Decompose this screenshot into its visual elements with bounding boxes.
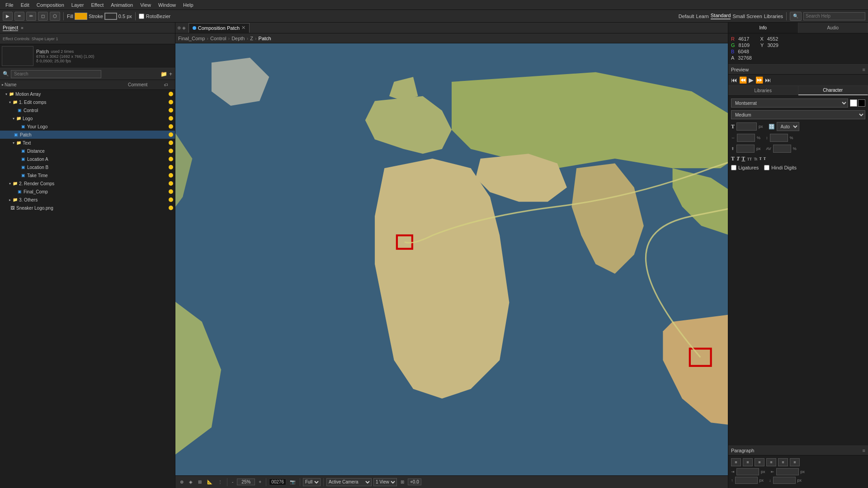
tree-item-your-logo[interactable]: ▣ Your Logo <box>0 122 175 131</box>
new-comp-button[interactable]: + <box>169 71 172 77</box>
tree-item-render-comps[interactable]: ▾ 📁 2. Render Comps <box>0 179 175 188</box>
tree-item-location-a[interactable]: ▣ Location A <box>0 155 175 163</box>
text-small-caps-button[interactable]: Tt <box>754 157 757 161</box>
composition-viewer[interactable] <box>175 43 728 475</box>
tree-item-edit-comps[interactable]: ▾ 📁 1. Edit comps <box>0 98 175 106</box>
para-space-before-input[interactable]: 0 <box>735 477 758 484</box>
font-color-white[interactable] <box>850 99 857 107</box>
align-right-button[interactable]: ≡ <box>755 458 764 466</box>
camera-select[interactable]: Active Camera <box>326 478 372 486</box>
font-baseline-input[interactable]: 0 <box>736 145 755 153</box>
tree-item-control[interactable]: ▣ Control <box>0 106 175 114</box>
zoom-out-button[interactable]: - <box>230 479 235 485</box>
preview-play-button[interactable]: ▶ <box>749 76 754 84</box>
audio-tab[interactable]: Audio <box>798 23 868 33</box>
info-tab[interactable]: Info <box>728 23 798 33</box>
tree-item-distance[interactable]: ▣ Distance <box>0 147 175 155</box>
comp-tab-patch[interactable]: Composition Patch ✕ <box>189 23 250 33</box>
font-family-select[interactable]: Montserrat <box>731 99 848 108</box>
zoom-in-button[interactable]: + <box>257 479 263 485</box>
tree-item-location-b[interactable]: ▣ Location B <box>0 163 175 171</box>
viewer-magnet-button[interactable]: ◈ <box>187 479 194 485</box>
search-help-input[interactable] <box>803 12 865 20</box>
font-style-select[interactable]: Medium <box>731 110 865 119</box>
libraries-sec-tab[interactable]: Libraries <box>728 86 798 95</box>
menu-effect[interactable]: Effect <box>87 2 107 8</box>
menu-view[interactable]: View <box>137 2 155 8</box>
para-indent-right-input[interactable]: 0 <box>776 468 799 475</box>
text-sub-button[interactable]: T <box>764 157 766 161</box>
menu-help[interactable]: Help <box>179 2 197 8</box>
align-center-button[interactable]: ≡ <box>743 458 753 466</box>
view-select[interactable]: 1 View <box>373 478 397 486</box>
menu-file[interactable]: File <box>2 2 17 8</box>
font-scale-h-input[interactable]: 100 <box>737 134 755 142</box>
align-justify-last-button[interactable]: ≡ <box>778 458 788 466</box>
breadcrumb-final-comp[interactable]: Final_Comp <box>178 36 205 41</box>
viewer-extra-button[interactable]: ⊞ <box>399 479 406 485</box>
rotobezier-checkbox[interactable] <box>139 14 144 19</box>
font-color-black[interactable] <box>858 99 865 107</box>
tool-shape[interactable]: ⬡ <box>50 12 60 21</box>
menu-animation[interactable]: Animation <box>107 2 137 8</box>
tool-brush[interactable]: ✏ <box>26 12 36 21</box>
project-tab[interactable]: Project <box>3 25 18 31</box>
align-last-right-button[interactable]: ≡ <box>790 458 800 466</box>
render-mode-select[interactable]: Full <box>303 478 321 486</box>
breadcrumb-z[interactable]: Z <box>250 36 253 41</box>
breadcrumb-depth[interactable]: Depth <box>231 36 245 41</box>
font-size-input[interactable]: 23 <box>736 122 757 131</box>
para-space-after-input[interactable]: 0 <box>773 477 796 484</box>
text-bold-button[interactable]: T <box>731 155 735 162</box>
hindi-digits-checkbox[interactable] <box>764 165 769 170</box>
paragraph-options-icon[interactable]: ≡ <box>863 448 865 453</box>
new-folder-button[interactable]: 📁 <box>160 71 167 77</box>
workspace-learn[interactable]: Learn <box>696 14 709 19</box>
tree-expand-motion-array[interactable]: ▾ <box>5 92 7 96</box>
ligatures-checkbox[interactable] <box>731 165 736 170</box>
viewer-grid-button[interactable]: ⊞ <box>196 479 203 485</box>
menu-composition[interactable]: Composition <box>33 2 68 8</box>
project-options-button[interactable]: ≡ <box>21 26 23 30</box>
preview-first-button[interactable]: ⏮ <box>731 76 737 84</box>
stroke-size-value[interactable]: 0.5 <box>118 14 125 19</box>
tool-select[interactable]: ▶ <box>3 12 13 21</box>
tool-pen[interactable]: ✒ <box>14 12 24 21</box>
menu-window[interactable]: Window <box>155 2 179 8</box>
tool-eraser[interactable]: ◻ <box>38 12 48 21</box>
text-italic-button[interactable]: T <box>736 155 740 162</box>
workspace-libraries[interactable]: Libraries <box>764 14 783 19</box>
preview-last-button[interactable]: ⏭ <box>765 76 771 84</box>
character-sec-tab[interactable]: Character <box>798 86 868 95</box>
tree-item-text-folder[interactable]: ▾ 📁 Text <box>0 139 175 147</box>
para-indent-left-input[interactable]: 0 <box>736 468 759 475</box>
text-super-button[interactable]: T <box>759 157 761 161</box>
align-left-button[interactable]: ≡ <box>731 458 741 466</box>
tree-expand-others[interactable]: ▸ <box>9 198 11 202</box>
zoom-level[interactable]: 25% <box>237 479 255 485</box>
preview-next-button[interactable]: ⏩ <box>755 76 763 84</box>
stroke-color-swatch[interactable] <box>104 13 117 20</box>
tree-expand-logo[interactable]: ▾ <box>13 117 14 121</box>
tree-item-patch[interactable]: ▣ Patch <box>0 131 175 139</box>
viewer-ruler-button[interactable]: 📐 <box>205 479 214 485</box>
viewer-guide-button[interactable]: ⋮ <box>216 479 224 485</box>
font-tsukuri-input[interactable]: 0 <box>773 145 791 153</box>
fill-color-swatch[interactable] <box>75 13 87 20</box>
font-tracking-select[interactable]: Auto <box>777 122 799 131</box>
text-all-caps-button[interactable]: TT <box>747 157 752 161</box>
search-help-button[interactable]: 🔍 <box>790 12 802 21</box>
breadcrumb-patch[interactable]: Patch <box>259 36 271 41</box>
comp-tab-close-patch[interactable]: ✕ <box>241 25 245 31</box>
viewer-reset-button[interactable]: ⊕ <box>178 479 185 485</box>
tree-item-others[interactable]: ▸ 📁 3. Others <box>0 196 175 204</box>
workspace-default[interactable]: Default <box>679 14 694 19</box>
tree-item-motion-array[interactable]: ▾ 📁 Motion Array <box>0 90 175 98</box>
menu-layer[interactable]: Layer <box>68 2 88 8</box>
tree-item-final-comp[interactable]: ▣ Final_Comp <box>0 188 175 196</box>
project-search-input[interactable] <box>11 70 101 78</box>
text-underline-button[interactable]: T <box>741 155 745 162</box>
fps-offset[interactable]: +0.0 <box>408 479 421 485</box>
workspace-small-screen[interactable]: Small Screen <box>732 14 762 19</box>
workspace-standard[interactable]: Standard <box>711 13 731 19</box>
